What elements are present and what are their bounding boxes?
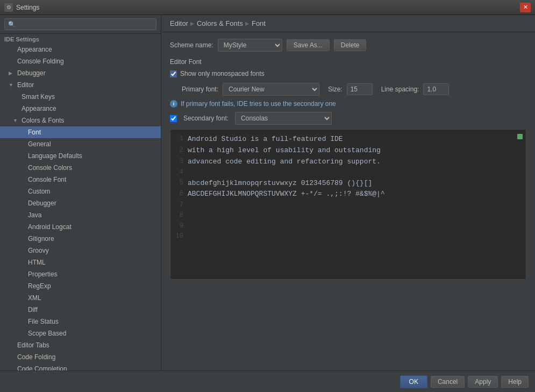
monospace-checkbox[interactable]	[170, 70, 177, 77]
scheme-select[interactable]: MyStyle Default Darcula	[218, 39, 282, 52]
info-text: If primary font fails, IDE tries to use …	[181, 100, 336, 108]
size-input[interactable]: 15	[347, 83, 373, 95]
sidebar-item-scope-based[interactable]: Scope Based	[0, 327, 161, 339]
primary-font-label: Primary font:	[170, 85, 218, 93]
line-spacing-input[interactable]: 1.0	[423, 83, 449, 95]
primary-font-select[interactable]: Courier New Consolas Monospace	[223, 83, 319, 96]
preview-line: 8	[170, 210, 526, 220]
sidebar-item-groovy[interactable]: Groovy	[0, 245, 161, 256]
monospace-checkbox-row: Show only monospaced fonts	[170, 70, 526, 77]
monospace-label[interactable]: Show only monospaced fonts	[180, 70, 265, 77]
info-row: i If primary font fails, IDE tries to us…	[170, 100, 526, 108]
secondary-font-select[interactable]: Consolas Courier New Monospace	[235, 112, 332, 125]
breadcrumb-part3: Font	[252, 19, 266, 27]
sidebar-item-editor[interactable]: ▼Editor	[0, 79, 161, 91]
search-box: 🔍	[0, 15, 161, 34]
line-number: 9	[170, 221, 188, 231]
sidebar-item-debugger[interactable]: Debugger	[0, 197, 161, 209]
sidebar-item-label: Properties	[28, 269, 58, 279]
primary-font-row: Primary font: Courier New Consolas Monos…	[170, 83, 526, 96]
sidebar-item-code-folding[interactable]: Code Folding	[0, 351, 161, 363]
ide-settings-label: IDE Settings	[0, 34, 161, 44]
sidebar-item-smart-keys[interactable]: Smart Keys	[0, 91, 161, 103]
sidebar-item-language-defaults[interactable]: Language Defaults	[0, 150, 161, 162]
ok-button[interactable]: OK	[400, 375, 427, 388]
scheme-name-label: Scheme name:	[170, 41, 213, 49]
sidebar-item-appearance[interactable]: Appearance	[0, 103, 161, 115]
sidebar-item-console-colors[interactable]: Console Colors	[0, 162, 161, 174]
bottom-bar: OK Cancel Apply Help	[0, 370, 535, 392]
line-code: advanced code editing and refactoring su…	[188, 156, 381, 168]
breadcrumb-sep1: ▶	[190, 20, 195, 26]
sidebar-item-general[interactable]: General	[0, 138, 161, 150]
secondary-font-label[interactable]: Secondary font:	[183, 115, 229, 122]
preview-line: 4	[170, 167, 526, 177]
sidebar-item-label: General	[28, 139, 51, 149]
line-number: 6	[170, 189, 188, 199]
preview-line: 10	[170, 231, 526, 241]
save-as-button[interactable]: Save As...	[287, 39, 330, 51]
line-number: 1	[170, 134, 188, 144]
sidebar-item-console-folding[interactable]: Console Folding	[0, 55, 161, 67]
preview-line: 2with a high level of usability and outs…	[170, 145, 526, 156]
size-label: Size:	[328, 85, 343, 93]
close-button[interactable]: ✕	[520, 3, 531, 12]
sidebar-item-gitignore[interactable]: Gitignore	[0, 233, 161, 245]
line-number: 3	[170, 156, 188, 167]
sidebar-item-label: Android Logcat	[28, 222, 72, 232]
search-input[interactable]	[4, 18, 156, 30]
title-bar: ⚙ Settings ✕	[0, 0, 535, 15]
cancel-button[interactable]: Cancel	[431, 376, 465, 388]
preview-content: 1Android Studio is a full-featured IDE2w…	[170, 130, 526, 246]
sidebar-item-label: Console Folding	[17, 56, 64, 66]
sidebar-item-debugger[interactable]: ▶Debugger	[0, 67, 161, 79]
sidebar-item-properties[interactable]: Properties	[0, 268, 161, 280]
sidebar-item-label: Language Defaults	[28, 151, 82, 161]
tree-arrow-icon: ▼	[13, 116, 20, 125]
line-number: 10	[170, 231, 188, 241]
scheme-row: Scheme name: MyStyle Default Darcula Sav…	[170, 39, 526, 52]
green-dot-indicator	[517, 134, 523, 139]
left-panel: 🔍 IDE Settings AppearanceConsole Folding…	[0, 15, 161, 370]
tree-container: IDE Settings AppearanceConsole Folding▶D…	[0, 34, 161, 370]
sidebar-item-java[interactable]: Java	[0, 209, 161, 221]
sidebar-item-font[interactable]: Font	[0, 126, 161, 138]
sidebar-item-html[interactable]: HTML	[0, 256, 161, 268]
line-code: Android Studio is a full-featured IDE	[188, 134, 343, 145]
sidebar-item-label: Gitignore	[28, 234, 54, 244]
sidebar-item-file-status[interactable]: File Status	[0, 316, 161, 327]
sidebar-item-label: HTML	[28, 258, 46, 267]
sidebar-item-label: Code Completion	[17, 364, 67, 370]
window-title: Settings	[16, 4, 520, 11]
sidebar-item-diff[interactable]: Diff	[0, 304, 161, 316]
sidebar-item-label: Scope Based	[28, 329, 66, 338]
sidebar-item-code-completion[interactable]: Code Completion	[0, 363, 161, 370]
sidebar-item-colors-&-fonts[interactable]: ▼Colors & Fonts	[0, 115, 161, 126]
preview-line: 5abcdefghijklmnopqrstuvwxyz 0123456789 (…	[170, 178, 526, 189]
sidebar-item-xml[interactable]: XML	[0, 292, 161, 304]
delete-button[interactable]: Delete	[334, 39, 367, 51]
sidebar-item-console-font[interactable]: Console Font	[0, 174, 161, 186]
line-code: with a high level of usability and outst…	[188, 145, 381, 156]
sidebar-item-label: Groovy	[28, 246, 49, 255]
breadcrumb: Editor ▶ Colors & Fonts ▶ Font	[161, 15, 535, 32]
line-code: abcdefghijklmnopqrstuvwxyz 0123456789 ()…	[188, 178, 372, 189]
sidebar-item-custom[interactable]: Custom	[0, 186, 161, 197]
line-code: ABCDEFGHIJKLMNOPQRSTUVWXYZ +-*/= .,;:!? …	[188, 189, 385, 200]
sidebar-item-label: Editor	[17, 80, 34, 90]
sidebar-item-label: XML	[28, 293, 41, 303]
sidebar-item-editor-tabs[interactable]: Editor Tabs	[0, 339, 161, 351]
sidebar-item-label: Colors & Fonts	[22, 116, 64, 125]
sidebar-item-android-logcat[interactable]: Android Logcat	[0, 221, 161, 233]
preview-line: 3advanced code editing and refactoring s…	[170, 156, 526, 168]
sidebar-item-appearance[interactable]: Appearance	[0, 44, 161, 55]
content-area: Scheme name: MyStyle Default Darcula Sav…	[161, 32, 535, 370]
preview-line: 7	[170, 200, 526, 210]
tree-arrow-icon: ▶	[9, 68, 16, 78]
sidebar-item-regexp[interactable]: RegExp	[0, 280, 161, 292]
line-number: 8	[170, 210, 188, 220]
breadcrumb-sep2: ▶	[245, 20, 249, 26]
apply-button[interactable]: Apply	[468, 376, 498, 388]
help-button[interactable]: Help	[501, 376, 529, 388]
secondary-font-checkbox[interactable]	[170, 115, 177, 122]
